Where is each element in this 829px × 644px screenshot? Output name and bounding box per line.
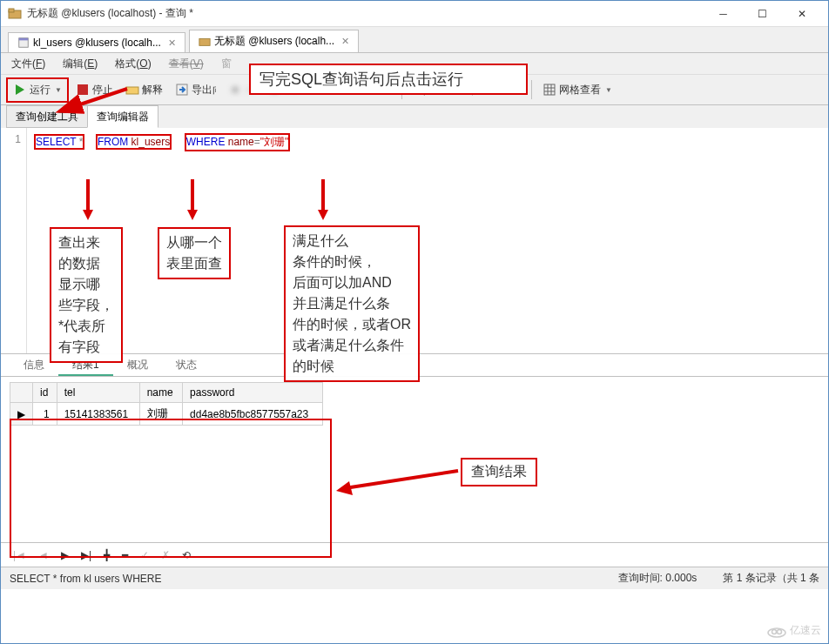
cancel-button[interactable]: ✗ [158, 547, 173, 563]
sql-where-fragment: WHERE name="刘珊" [185, 133, 291, 151]
annotation-from-note: 从哪一个 表里面查 [158, 227, 231, 279]
doc-tab-label: 无标题 @klusers (localh... [214, 34, 334, 49]
doc-tab-label: kl_users @klusers (localh... [33, 37, 161, 49]
last-record-button[interactable]: ▶| [78, 547, 95, 563]
code-area[interactable]: SELECT * FROM kl_users WHERE name="刘珊" [27, 128, 828, 353]
svg-marker-21 [83, 210, 93, 220]
sql-from-fragment: FROM kl_users [96, 134, 172, 150]
col-name[interactable]: name [139, 383, 182, 403]
run-label: 运行 [30, 83, 51, 97]
prev-record-button[interactable]: ◄ [35, 547, 52, 563]
menu-edit[interactable]: 编辑(E) [59, 55, 101, 73]
svg-point-30 [778, 629, 782, 634]
annotation-select-note: 查出来 的数据 显示哪 些字段， *代表所 有字段 [50, 227, 123, 363]
svg-rect-13 [544, 84, 555, 95]
status-sql: SELECT * from kl users WHERE [10, 573, 161, 585]
doc-tab-1[interactable]: kl_users @klusers (localh... ✕ [8, 32, 185, 52]
table-header-row: id tel name password [10, 383, 323, 403]
commit-button[interactable]: ✓ [137, 547, 152, 563]
close-button[interactable]: ✕ [782, 1, 821, 26]
cell-tel[interactable]: 15141383561 [57, 403, 139, 426]
svg-point-29 [772, 629, 777, 634]
watermark: 亿速云 [767, 623, 821, 638]
minimize-button[interactable]: ─ [704, 1, 743, 26]
export-button[interactable]: 导出向导 [170, 79, 221, 101]
refresh-button[interactable]: ⟲ [179, 547, 194, 563]
cell-password[interactable]: dd4ae8b5fbc8577557a23 [183, 403, 323, 426]
gridview-label: 网格查看 [559, 83, 601, 97]
svg-marker-23 [187, 210, 198, 220]
app-icon [8, 7, 22, 21]
tab-status[interactable]: 状态 [162, 354, 211, 376]
sql-select-fragment: SELECT * [34, 134, 84, 150]
delete-record-button[interactable]: ━ [118, 547, 131, 563]
menu-window[interactable]: 窗 [218, 55, 235, 73]
first-record-button[interactable]: |◄ [10, 547, 30, 563]
svg-rect-4 [199, 38, 210, 45]
svg-marker-25 [318, 210, 328, 220]
table-row[interactable]: ▶ 1 15141383561 刘珊 dd4ae8b5fbc8577557a23 [10, 403, 323, 426]
menu-view[interactable]: 查看(V) [165, 55, 207, 73]
svg-marker-5 [16, 84, 24, 95]
maximize-button[interactable]: ☐ [743, 1, 782, 26]
svg-marker-27 [336, 481, 353, 495]
col-password[interactable]: password [183, 383, 323, 403]
menu-file[interactable]: 文件(F) [8, 55, 49, 73]
close-tab-icon[interactable]: ✕ [168, 37, 176, 49]
doc-tab-2[interactable]: 无标题 @klusers (localh... ✕ [189, 30, 359, 52]
annotation-where-note: 满足什么 条件的时候， 后面可以加AND 并且满足什么条 件的时候，或者OR 或… [284, 225, 420, 382]
statusbar: SELECT * from kl users WHERE 查询时间: 0.000… [1, 567, 828, 589]
col-tel[interactable]: tel [57, 383, 139, 403]
export-icon [175, 83, 189, 97]
results-table[interactable]: id tel name password ▶ 1 15141383561 刘珊 … [10, 382, 323, 426]
status-record: 第 1 条记录（共 1 条 [723, 571, 819, 586]
record-nav-bar: |◄ ◄ ▶ ▶| ╋ ━ ✓ ✗ ⟲ [1, 542, 828, 567]
svg-line-19 [62, 89, 127, 111]
annotation-top-note: 写完SQL查询语句后点击运行 [249, 64, 528, 95]
document-tabs: kl_users @klusers (localh... ✕ 无标题 @klus… [1, 27, 828, 53]
svg-rect-3 [19, 38, 29, 41]
svg-line-26 [345, 471, 458, 488]
status-time: 查询时间: 0.000s [618, 571, 698, 586]
annotation-result-label: 查询结果 [461, 458, 537, 486]
play-icon [13, 83, 27, 97]
chevron-down-icon: ▼ [605, 86, 612, 94]
export-label: 导出向导 [192, 83, 216, 97]
row-indicator: ▶ [10, 403, 33, 426]
results-grid-area: id tel name password ▶ 1 15141383561 刘珊 … [1, 377, 828, 542]
titlebar: 无标题 @klusers (localhost) - 查询 * ─ ☐ ✕ [1, 1, 828, 27]
gridview-button[interactable]: 网格查看 ▼ [537, 79, 617, 101]
next-record-button[interactable]: ▶ [57, 547, 72, 563]
close-tab-icon[interactable]: ✕ [341, 36, 349, 47]
line-gutter: 1 [1, 128, 27, 353]
col-id[interactable]: id [33, 383, 57, 403]
menu-format[interactable]: 格式(O) [111, 55, 154, 73]
cell-id[interactable]: 1 [33, 403, 57, 426]
add-record-button[interactable]: ╋ [100, 547, 113, 563]
row-indicator-head [10, 383, 33, 403]
cell-name[interactable]: 刘珊 [139, 403, 182, 426]
svg-rect-1 [9, 9, 14, 12]
grid-icon [543, 83, 556, 97]
window-title: 无标题 @klusers (localhost) - 查询 * [27, 6, 704, 21]
explain-label: 解释 [142, 83, 163, 97]
